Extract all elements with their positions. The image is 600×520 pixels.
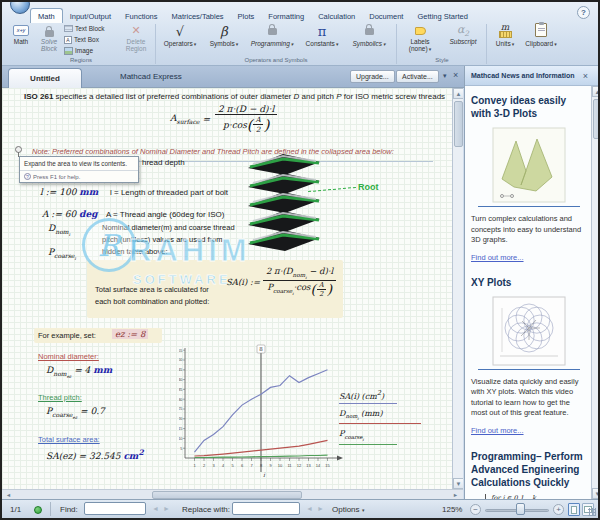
xy-plot-thumbnail[interactable] bbox=[492, 296, 566, 366]
find-out-more-link-1[interactable]: Find out more... bbox=[471, 253, 524, 262]
ez-definition[interactable]: ez := 8 bbox=[112, 329, 148, 339]
tab-matrices-tables[interactable]: Matrices/Tables bbox=[165, 9, 231, 23]
sa-formula[interactable]: SA(i) := 2 π·(Dnomi − d)·l Pcoarsei·cos(… bbox=[226, 266, 338, 298]
zoom-slider-thumb[interactable] bbox=[516, 503, 525, 515]
thread-pitch-result[interactable]: Pcoarseez = 0.7 bbox=[46, 406, 105, 420]
tab-document[interactable]: Document bbox=[362, 9, 410, 23]
nominal-diameter-label[interactable]: Nominal diameter: bbox=[38, 352, 99, 361]
find-next-icon[interactable]: ► bbox=[163, 505, 170, 512]
text-box-button[interactable]: AText Box bbox=[64, 34, 118, 45]
ruler-icon bbox=[499, 31, 512, 38]
length-definition[interactable]: l := 100 mm bbox=[40, 187, 98, 197]
dnom-variable[interactable]: Dnomi bbox=[48, 223, 70, 237]
help-icon[interactable]: ? bbox=[577, 6, 590, 19]
thread-pitch-label[interactable]: Thread pitch: bbox=[38, 393, 82, 402]
scrollbar-thumb[interactable] bbox=[593, 99, 600, 139]
tab-getting-started[interactable]: Getting Started bbox=[410, 9, 474, 23]
scroll-up-icon[interactable]: ▲ bbox=[453, 88, 463, 99]
scroll-down-icon[interactable]: ▼ bbox=[453, 478, 463, 489]
options-button[interactable]: Options bbox=[332, 505, 360, 514]
svg-text:2: 2 bbox=[203, 463, 206, 468]
document-tab-untitled[interactable]: Untitled bbox=[8, 68, 82, 88]
svg-text:45: 45 bbox=[179, 368, 182, 372]
page-view-button[interactable] bbox=[568, 503, 580, 516]
nominal-diameter-result[interactable]: Dnomez = 4 mm bbox=[46, 365, 112, 379]
chevron-down-icon: ▾ bbox=[512, 41, 515, 47]
label-tag-icon bbox=[415, 27, 426, 35]
svg-text:1: 1 bbox=[193, 463, 196, 468]
upgrade-button[interactable]: Upgrade... bbox=[350, 70, 395, 83]
find-out-more-link-2[interactable]: Find out more... bbox=[471, 426, 524, 435]
variables-description[interactable]: Nominal diameter(m) and coarse thread pi… bbox=[102, 222, 242, 258]
replace-input[interactable] bbox=[232, 502, 300, 515]
chevron-down-icon[interactable]: ▾ bbox=[362, 507, 365, 513]
pcoarse-variable[interactable]: Pcoarsei bbox=[48, 247, 76, 261]
collapsed-area-icon[interactable] bbox=[14, 146, 22, 157]
tab-functions[interactable]: Functions bbox=[118, 9, 165, 23]
svg-text:8: 8 bbox=[259, 346, 263, 352]
collapse-ribbon-icon[interactable]: ▾ bbox=[443, 72, 447, 80]
panel-scrollbar[interactable]: ▲ ▼ bbox=[591, 86, 600, 499]
total-area-result[interactable]: SA(ez) = 32.545 cm2 bbox=[46, 448, 144, 461]
divider bbox=[50, 502, 51, 516]
document-hscrollbar[interactable]: ◄ ► bbox=[2, 489, 463, 499]
plot-legend: SA(i) (cm2) Dnomi (mm) Pcoarsei bbox=[339, 389, 421, 450]
labels-button[interactable]: Labels (none)▾ bbox=[400, 23, 440, 56]
length-description[interactable]: l = Length of threaded part of bolt bbox=[110, 188, 228, 197]
close-document-icon[interactable]: × bbox=[453, 70, 458, 80]
thread-depth-text[interactable]: hread depth bbox=[142, 158, 185, 167]
programming-button[interactable]: Programming▾ bbox=[246, 23, 298, 56]
chevron-down-icon: ▾ bbox=[383, 41, 386, 47]
total-area-label[interactable]: Total surface area: bbox=[38, 435, 100, 444]
app-menu-button[interactable] bbox=[10, 0, 30, 14]
find-prev-icon[interactable]: ◄ bbox=[152, 505, 159, 512]
xy-plot[interactable]: 8123456789101112131415510152025303540455… bbox=[179, 344, 354, 480]
constants-button[interactable]: π Constants▾ bbox=[300, 23, 344, 56]
3d-plot-thumbnail[interactable] bbox=[492, 127, 566, 203]
legend-entry-pcoarse: Pcoarsei bbox=[339, 429, 421, 445]
subscript-button[interactable]: α2 Subscript bbox=[442, 23, 484, 56]
find-input[interactable] bbox=[84, 502, 146, 515]
tab-calculation[interactable]: Calculation bbox=[311, 9, 362, 23]
solve-block-button[interactable]: Solve Block bbox=[36, 23, 62, 56]
text-block-button[interactable]: Text Block bbox=[64, 23, 118, 34]
angle-description[interactable]: A = Thread angle (60deg for ISO) bbox=[106, 210, 224, 219]
clipboard-icon bbox=[535, 23, 547, 37]
close-icon[interactable]: × bbox=[583, 66, 588, 86]
clipboard-button[interactable]: Clipboard▾ bbox=[523, 23, 559, 56]
news-title-xy-plots: XY Plots bbox=[471, 276, 586, 289]
tab-math[interactable]: Math bbox=[30, 8, 63, 23]
document-scrollbar[interactable]: ▲ ▼ bbox=[452, 88, 463, 489]
zoom-in-button[interactable]: + bbox=[553, 504, 564, 515]
svg-text:14: 14 bbox=[316, 463, 321, 468]
intro-text[interactable]: ISO 261 specifies a detailed list of pre… bbox=[24, 92, 448, 101]
zoom-out-button[interactable]: − bbox=[470, 504, 481, 515]
activate-button[interactable]: Activate... bbox=[396, 70, 439, 83]
operators-button[interactable]: √ Operators▾ bbox=[158, 23, 202, 56]
resize-grip[interactable] bbox=[588, 508, 596, 516]
screw-thread-image[interactable] bbox=[245, 150, 323, 254]
symbols-button[interactable]: β Symbols▾ bbox=[204, 23, 244, 56]
replace-prev-icon[interactable]: ◄ bbox=[306, 505, 313, 512]
example-label[interactable]: For example, set: bbox=[38, 331, 96, 340]
note-text[interactable]: Note: Preferred combinations of Nominal … bbox=[32, 147, 394, 156]
tab-formatting[interactable]: Formatting bbox=[261, 9, 311, 23]
hscrollbar-thumb[interactable] bbox=[152, 491, 302, 499]
scroll-down-icon[interactable]: ▼ bbox=[592, 488, 600, 499]
news-panel-header: Mathcad News and Information bbox=[465, 66, 600, 86]
worksheet[interactable]: ISO 261 specifies a detailed list of pre… bbox=[2, 88, 463, 489]
tab-plots[interactable]: Plots bbox=[231, 9, 262, 23]
angle-definition[interactable]: A := 60 deg bbox=[42, 209, 97, 219]
total-area-description[interactable]: Total surface area is calculated for eac… bbox=[95, 284, 225, 307]
scrollbar-thumb[interactable] bbox=[454, 101, 463, 147]
units-button[interactable]: m Units▾ bbox=[490, 23, 520, 56]
delete-region-button[interactable]: ✕ Delete Region bbox=[120, 23, 152, 56]
svg-text:55: 55 bbox=[179, 349, 182, 353]
math-button[interactable]: x+y Math bbox=[8, 23, 34, 56]
scroll-up-icon[interactable]: ▲ bbox=[592, 86, 600, 97]
surface-area-formula[interactable]: Asurface = 2 π·(D − d)·l p·cos(A2) bbox=[170, 104, 279, 134]
tab-input-output[interactable]: Input/Output bbox=[63, 9, 118, 23]
symbolics-button[interactable]: Symbolics▾ bbox=[346, 23, 392, 56]
image-button[interactable]: Image bbox=[64, 45, 118, 56]
replace-next-icon[interactable]: ► bbox=[317, 505, 324, 512]
